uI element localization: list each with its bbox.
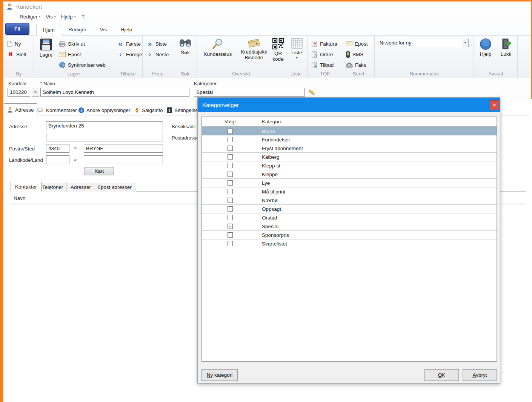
category-row[interactable]: ✓Spesial [202, 222, 497, 231]
ribbon-group-avslutt: ? Hjelp Lukk Avslutt [474, 36, 518, 78]
ok-button[interactable]: OK [424, 369, 459, 381]
dialog-title: Kategorivelger [202, 102, 239, 108]
subtab-kontakter[interactable]: Kontakter [11, 182, 42, 192]
category-row[interactable]: Lye [202, 179, 497, 187]
land-input[interactable] [84, 155, 163, 164]
category-row[interactable]: Forbindelser [202, 135, 497, 144]
avbryt-button[interactable]: Avbryt [463, 369, 497, 381]
menu-rediger[interactable]: Rediger▾ [20, 14, 40, 20]
landkode-input[interactable] [46, 155, 69, 164]
slett-button[interactable]: ✖ Slett [4, 49, 34, 60]
ordre-button[interactable]: Ordre [308, 49, 342, 60]
faktura-button[interactable]: F Faktura [308, 38, 342, 49]
tab-vis[interactable]: Vis [94, 24, 113, 36]
lagre-button[interactable]: Lagre [37, 38, 55, 58]
kredittsjekk-bisnode-button[interactable]: Kredittsjekk Bisnode [237, 38, 271, 60]
chevron-down-icon: ▾ [54, 15, 56, 18]
category-row[interactable]: Svartelistet [202, 239, 497, 248]
ny-button[interactable]: Ny [4, 38, 34, 49]
category-checkbox[interactable] [228, 232, 233, 238]
tab-hjem[interactable]: Hjem [36, 24, 61, 36]
send-faks-button[interactable]: Faks [343, 60, 374, 70]
tab-salgsinfo[interactable]: Salgsinfo [131, 105, 166, 115]
kategorier-input[interactable] [194, 88, 305, 97]
adresse-line2-input[interactable] [46, 133, 163, 141]
category-listbox[interactable]: Valgt Kategori BryneForbindelserFryst ab… [201, 117, 497, 362]
lukk-button[interactable]: Lukk [497, 38, 515, 57]
menu-hjelp[interactable]: Hjelp▾ [61, 14, 76, 20]
category-row[interactable]: Sponsorpris [202, 231, 497, 239]
category-checkbox[interactable] [228, 129, 233, 134]
category-checkbox[interactable] [228, 146, 233, 151]
forste-button[interactable]: « Første [114, 38, 142, 49]
category-checkbox[interactable]: ✓ [228, 224, 233, 229]
kundenr-input[interactable] [8, 88, 30, 97]
category-row[interactable]: Nærbø [202, 196, 497, 205]
send-sms-button[interactable]: SMS [343, 49, 374, 60]
sok-button[interactable]: Søk [177, 38, 194, 55]
kundestatus-button[interactable]: Kundestatus [200, 38, 236, 57]
postnr-sted-label: Postnr/Sted [9, 146, 35, 152]
category-checkbox[interactable] [228, 189, 233, 194]
category-checkbox[interactable] [228, 241, 233, 246]
category-row[interactable]: Må til print [202, 187, 497, 196]
siste-button[interactable]: » Siste [143, 38, 173, 49]
category-checkbox[interactable] [228, 172, 233, 177]
epost-button[interactable]: Epost [55, 49, 113, 60]
category-checkbox[interactable] [228, 206, 233, 212]
ribbon-group-nummerserie: Nr.serie for ny ▾ Nummerserie [375, 36, 474, 78]
forrige-button[interactable]: ‹ Forrige [114, 49, 142, 60]
category-row[interactable]: Kleppe [202, 170, 497, 179]
file-menu-button[interactable]: Fil [5, 23, 29, 35]
category-row[interactable]: Oppsagt [202, 205, 497, 213]
synkroniser-web-button[interactable]: Synkroniser web [55, 60, 113, 70]
category-checkbox[interactable] [228, 198, 233, 203]
sted-input[interactable] [84, 144, 163, 153]
category-label: Bryne [262, 129, 275, 134]
dialog-close-button[interactable]: ✕ [490, 100, 499, 110]
neste-button[interactable]: › Neste [143, 49, 173, 60]
category-checkbox[interactable] [228, 163, 233, 168]
next-arrow-icon: › [146, 52, 153, 57]
tab-adresse[interactable]: Adresse [4, 103, 37, 116]
category-checkbox[interactable] [228, 154, 233, 160]
category-row[interactable]: Orstad [202, 213, 497, 222]
dialog-titlebar[interactable]: Kategorivelger [198, 98, 500, 112]
adresse-line1-input[interactable] [46, 121, 163, 130]
category-checkbox[interactable] [228, 137, 233, 142]
ny-kategori-button[interactable]: Ny kategori [201, 369, 238, 381]
postnr-input[interactable] [46, 144, 69, 153]
tab-rediger[interactable]: Rediger [63, 24, 91, 36]
menu-vis[interactable]: Vis▾ [46, 14, 56, 20]
subtab-telefoner[interactable]: Telefoner [38, 183, 68, 192]
category-row[interactable]: Fryst abonnement [202, 144, 497, 153]
tab-kommentarer[interactable]: Kommentarer [34, 105, 80, 115]
window-titlebar: Kundekort [4, 2, 530, 11]
tilbud-button[interactable]: Tilbud [308, 60, 342, 70]
double-chevron-icon[interactable]: » [74, 145, 77, 151]
category-row[interactable]: Bryne [202, 127, 497, 135]
category-checkbox[interactable] [228, 180, 233, 186]
category-row[interactable]: Kalberg [202, 153, 497, 161]
tab-betingelser[interactable]: $ Betingelser [164, 105, 203, 115]
navn-input[interactable] [40, 88, 189, 97]
edit-pencil-icon[interactable] [307, 88, 316, 97]
nrserie-combobox[interactable]: ▾ [416, 39, 469, 47]
send-epost-button[interactable]: Epost [343, 38, 374, 49]
toolbar-overflow-icon[interactable]: ▾ [82, 15, 85, 18]
double-chevron-icon[interactable]: » [74, 157, 77, 162]
category-row[interactable]: Klepp st [202, 161, 497, 170]
subtab-adresser[interactable]: Adresser [66, 183, 95, 192]
tab-hjelp[interactable]: Hjelp [115, 24, 137, 36]
kundenr-lookup-button[interactable]: » [32, 88, 39, 97]
tab-andre-opplysninger[interactable]: i Andre opplysninger [75, 105, 133, 115]
hjelp-button[interactable]: ? Hjelp [477, 38, 495, 57]
subtab-epost-adresser[interactable]: Epost adresser [93, 183, 136, 192]
liste-button[interactable]: Liste ▾ [288, 38, 305, 60]
kart-button[interactable]: Kart [85, 167, 114, 175]
person-icon [7, 107, 13, 113]
category-checkbox[interactable] [228, 215, 233, 220]
combo-dropdown-icon[interactable]: ▾ [462, 39, 468, 47]
qr-kode-button[interactable]: QR kode [271, 38, 285, 62]
skriv-ut-button[interactable]: Skriv ut [55, 38, 113, 49]
